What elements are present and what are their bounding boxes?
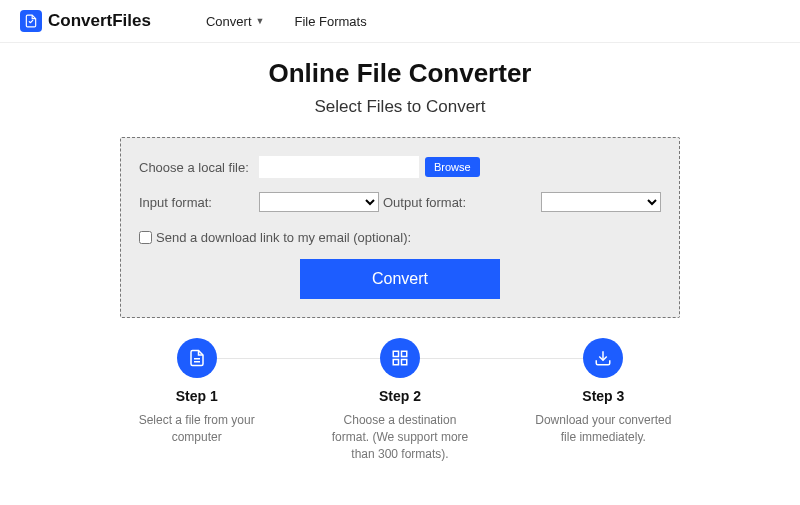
brand-text: ConvertFiles [48,11,151,31]
download-icon [583,338,623,378]
step-1-desc: Select a file from your computer [120,412,273,446]
file-path-input[interactable] [259,156,419,178]
nav-convert-label: Convert [206,14,252,29]
format-row: Input format: Output format: [139,192,661,212]
svg-rect-4 [393,360,398,365]
step-3: Step 3 Download your converted file imme… [527,338,680,462]
browse-button[interactable]: Browse [425,157,480,177]
email-checkbox[interactable] [139,231,152,244]
header: ConvertFiles Convert ▼ File Formats [0,0,800,43]
chevron-down-icon: ▼ [256,16,265,26]
logo[interactable]: ConvertFiles [20,10,151,32]
nav-formats-label: File Formats [294,14,366,29]
input-format-label: Input format: [139,195,259,210]
nav-formats[interactable]: File Formats [294,14,366,29]
grid-icon [380,338,420,378]
input-format-select[interactable] [259,192,379,212]
file-icon [177,338,217,378]
svg-rect-3 [401,351,406,356]
step-2-desc: Choose a destination format. (We support… [323,412,476,462]
svg-rect-5 [401,360,406,365]
choose-file-label: Choose a local file: [139,160,259,175]
step-3-title: Step 3 [527,388,680,404]
output-format-label: Output format: [383,195,466,210]
step-2: Step 2 Choose a destination format. (We … [323,338,476,462]
file-row: Choose a local file: Browse [139,156,661,178]
step-1-title: Step 1 [120,388,273,404]
page-subtitle: Select Files to Convert [20,97,780,117]
nav: Convert ▼ File Formats [206,14,367,29]
convert-button[interactable]: Convert [300,259,500,299]
step-1: Step 1 Select a file from your computer [120,338,273,462]
svg-rect-2 [393,351,398,356]
page-title: Online File Converter [20,58,780,89]
nav-convert[interactable]: Convert ▼ [206,14,264,29]
steps: Step 1 Select a file from your computer … [120,338,680,462]
main: Online File Converter Select Files to Co… [0,43,800,472]
step-2-title: Step 2 [323,388,476,404]
email-label: Send a download link to my email (option… [156,230,411,245]
convert-panel: Choose a local file: Browse Input format… [120,137,680,318]
logo-icon [20,10,42,32]
step-3-desc: Download your converted file immediately… [527,412,680,446]
email-row: Send a download link to my email (option… [139,230,661,245]
output-format-select[interactable] [541,192,661,212]
